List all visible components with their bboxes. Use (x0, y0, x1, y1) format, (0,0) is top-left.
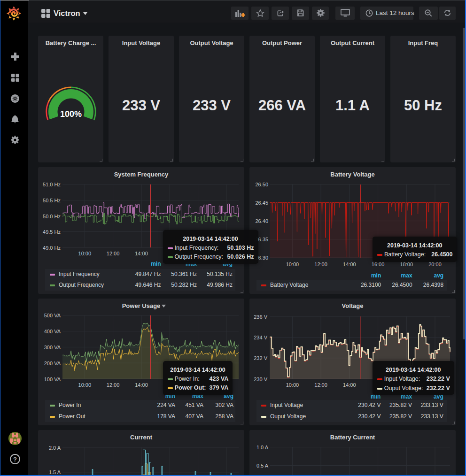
svg-text:100%: 100% (60, 109, 82, 119)
svg-text:?: ? (13, 456, 17, 463)
